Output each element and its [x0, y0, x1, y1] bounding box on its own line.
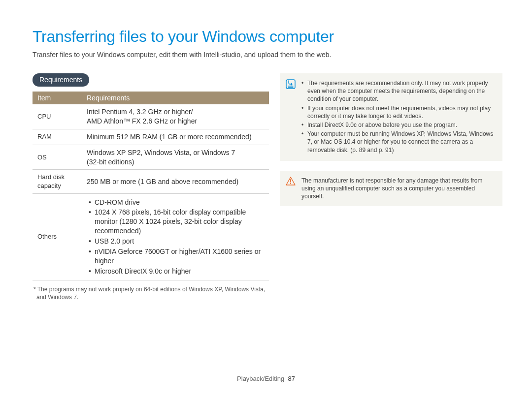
footer-section: Playback/Editing	[237, 375, 284, 382]
page-footer: Playback/Editing 87	[0, 375, 532, 382]
right-column: The requirements are recommendation only…	[280, 73, 502, 301]
cell-item: RAM	[33, 129, 82, 145]
note-box: The requirements are recommendation only…	[280, 73, 502, 161]
cell-item: Hard disk capacity	[33, 170, 82, 193]
page-title: Transferring files to your Windows compu…	[33, 28, 502, 46]
cell-item: CPU	[33, 104, 82, 129]
svg-point-2	[290, 183, 291, 184]
th-req: Requirements	[82, 92, 269, 104]
warning-box: The manufacturer is not responsible for …	[280, 171, 502, 207]
cell-req: CD-ROM drive1024 X 768 pixels, 16-bit co…	[82, 193, 269, 280]
note-item: The requirements are recommendation only…	[301, 79, 496, 103]
cell-req: Minimum 512 MB RAM (1 GB or more recomme…	[82, 129, 269, 145]
cell-req: 250 MB or more (1 GB and above recommend…	[82, 170, 269, 193]
list-item: USB 2.0 port	[88, 237, 264, 246]
intro-text: Transfer files to your Windows computer,…	[33, 51, 502, 59]
list-item: Microsoft DirectX 9.0c or higher	[88, 267, 264, 276]
note-icon	[286, 79, 296, 89]
asterisk-note: * The programs may not work properly on …	[33, 285, 269, 301]
requirements-table: Item Requirements CPUIntel Pentium 4, 3.…	[33, 92, 269, 280]
cell-item: Others	[33, 193, 82, 280]
section-pill-requirements: Requirements	[33, 73, 89, 87]
list-item: CD-ROM drive	[88, 198, 264, 207]
warning-icon	[286, 177, 296, 185]
table-row: Hard disk capacity250 MB or more (1 GB a…	[33, 170, 269, 193]
cell-item: OS	[33, 145, 82, 170]
th-item: Item	[33, 92, 82, 104]
note-item: Install DirectX 9.0c or above before you…	[301, 121, 496, 129]
table-row: RAMMinimum 512 MB RAM (1 GB or more reco…	[33, 129, 269, 145]
note-item: Your computer must be running Windows XP…	[301, 130, 496, 154]
footer-page-number: 87	[288, 375, 295, 382]
note-item: If your computer does not meet the requi…	[301, 104, 496, 120]
list-item: 1024 X 768 pixels, 16-bit color display …	[88, 208, 264, 236]
cell-req: Windows XP SP2, Windows Vista, or Window…	[82, 145, 269, 170]
table-row: OthersCD-ROM drive1024 X 768 pixels, 16-…	[33, 193, 269, 280]
table-row: OSWindows XP SP2, Windows Vista, or Wind…	[33, 145, 269, 170]
list-item: nVIDIA Geforce 7600GT or higher/ATI X160…	[88, 247, 264, 266]
left-column: Requirements Item Requirements CPUIntel …	[33, 73, 269, 301]
cell-req: Intel Pentium 4, 3.2 GHz or higher/ AMD …	[82, 104, 269, 129]
table-row: CPUIntel Pentium 4, 3.2 GHz or higher/ A…	[33, 104, 269, 129]
warning-text: The manufacturer is not responsible for …	[301, 177, 496, 201]
